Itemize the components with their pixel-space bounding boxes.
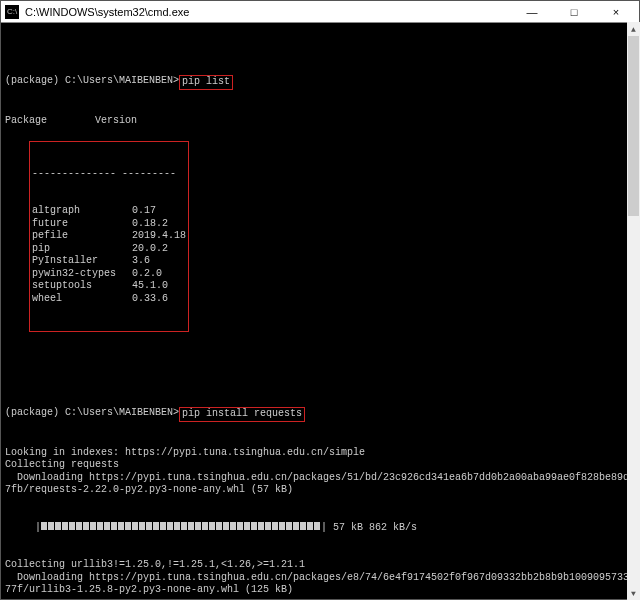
cmd-window: C:\ C:\WINDOWS\system32\cmd.exe — □ × (p… bbox=[0, 0, 640, 600]
pkg-name: altgraph bbox=[32, 205, 132, 218]
output-line: Downloading https://pypi.tuna.tsinghua.e… bbox=[5, 472, 635, 485]
pip-install-cmd: pip install requests bbox=[179, 407, 305, 422]
pkg-version: 0.17 bbox=[132, 205, 186, 218]
pip-list-output-box: -------------- --------- altgraph0.17fut… bbox=[29, 141, 189, 333]
output-line: Collecting requests bbox=[5, 459, 635, 472]
scrollbar[interactable]: ▲ ▼ bbox=[627, 22, 640, 600]
pkg-row: wheel0.33.6 bbox=[32, 293, 186, 306]
pkg-row: altgraph0.17 bbox=[32, 205, 186, 218]
scroll-track[interactable] bbox=[627, 36, 640, 586]
bar-track bbox=[41, 522, 321, 535]
minimize-button[interactable]: — bbox=[517, 6, 547, 18]
pkg-header: Package Version bbox=[5, 115, 635, 128]
scroll-down-button[interactable]: ▼ bbox=[627, 586, 640, 600]
bar-stats: 57 kB 862 kB/s bbox=[333, 522, 417, 535]
progress-bar: | | 57 kB 862 kB/s bbox=[5, 522, 635, 535]
window-buttons: — □ × bbox=[517, 6, 635, 18]
pip-list-cmd: pip list bbox=[179, 75, 233, 90]
install-output: Looking in indexes: https://pypi.tuna.ts… bbox=[5, 447, 635, 497]
prompt-line: (package) C:\Users\MAIBENBEN> pip list bbox=[5, 75, 635, 90]
pkg-divider: -------------- --------- bbox=[32, 168, 186, 181]
scroll-up-button[interactable]: ▲ bbox=[627, 22, 640, 36]
pkg-row: future0.18.2 bbox=[32, 218, 186, 231]
pkg-version: 20.0.2 bbox=[132, 243, 186, 256]
close-button[interactable]: × bbox=[601, 6, 631, 18]
output-line: 77f/urllib3-1.25.8-py2.py3-none-any.whl … bbox=[5, 584, 635, 597]
pkg-row: pywin32-ctypes0.2.0 bbox=[32, 268, 186, 281]
titlebar[interactable]: C:\ C:\WINDOWS\system32\cmd.exe — □ × bbox=[1, 1, 639, 23]
prompt: (package) C:\Users\MAIBENBEN> bbox=[5, 75, 179, 88]
pkg-row: pip20.0.2 bbox=[32, 243, 186, 256]
pkg-name: wheel bbox=[32, 293, 132, 306]
prompt: (package) C:\Users\MAIBENBEN> bbox=[5, 407, 179, 420]
pkg-name: PyInstaller bbox=[32, 255, 132, 268]
pkg-version: 45.1.0 bbox=[132, 280, 186, 293]
pkg-name: pywin32-ctypes bbox=[32, 268, 132, 281]
pkg-row: PyInstaller3.6 bbox=[32, 255, 186, 268]
pkg-name: setuptools bbox=[32, 280, 132, 293]
pkg-version: 0.2.0 bbox=[132, 268, 186, 281]
pkg-version: 0.18.2 bbox=[132, 218, 186, 231]
pkg-row: setuptools45.1.0 bbox=[32, 280, 186, 293]
pkg-version: 0.33.6 bbox=[132, 293, 186, 306]
pkg-version: 2019.4.18 bbox=[132, 230, 186, 243]
scroll-thumb[interactable] bbox=[628, 36, 639, 216]
pkg-version: 3.6 bbox=[132, 255, 186, 268]
maximize-button[interactable]: □ bbox=[559, 6, 589, 18]
output-line: Downloading https://pypi.tuna.tsinghua.e… bbox=[5, 572, 635, 585]
pkg-name: future bbox=[32, 218, 132, 231]
prompt-line: (package) C:\Users\MAIBENBEN> pip instal… bbox=[5, 407, 635, 422]
install-output: Collecting urllib3!=1.25.0,!=1.25.1,<1.2… bbox=[5, 559, 635, 597]
pkg-name: pip bbox=[32, 243, 132, 256]
pkg-name: pefile bbox=[32, 230, 132, 243]
output-line: Collecting urllib3!=1.25.0,!=1.25.1,<1.2… bbox=[5, 559, 635, 572]
window-title: C:\WINDOWS\system32\cmd.exe bbox=[25, 6, 517, 18]
pkg-table-1: altgraph0.17future0.18.2pefile2019.4.18p… bbox=[32, 205, 186, 305]
output-line: Looking in indexes: https://pypi.tuna.ts… bbox=[5, 447, 635, 460]
terminal-output[interactable]: (package) C:\Users\MAIBENBEN> pip list P… bbox=[1, 23, 639, 599]
output-line: 7fb/requests-2.22.0-py2.py3-none-any.whl… bbox=[5, 484, 635, 497]
cmd-icon: C:\ bbox=[5, 5, 19, 19]
pkg-row: pefile2019.4.18 bbox=[32, 230, 186, 243]
